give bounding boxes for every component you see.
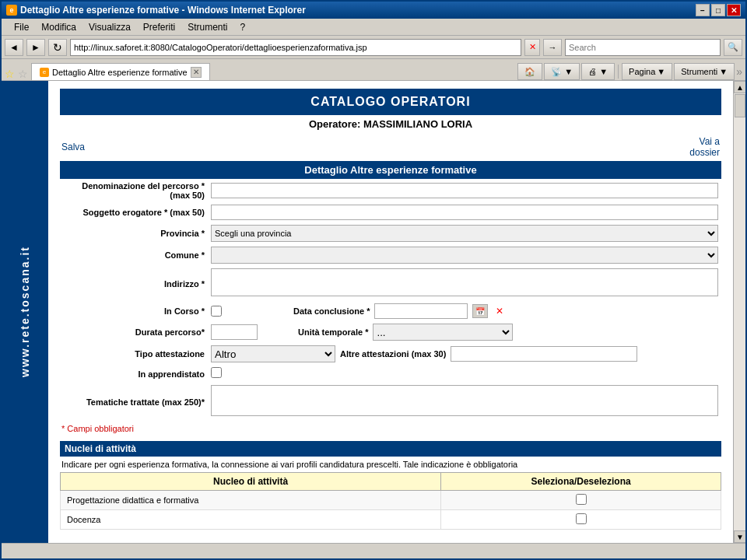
- close-button[interactable]: ✕: [727, 4, 741, 16]
- date-clear-button[interactable]: ✕: [493, 304, 507, 318]
- denominazione-input[interactable]: [211, 183, 718, 198]
- menu-strumenti[interactable]: Strumenti: [181, 20, 233, 34]
- menu-help[interactable]: ?: [234, 20, 252, 34]
- nuclei-thead: Nucleo di attività Seleziona/Deseleziona: [61, 473, 721, 491]
- page-button[interactable]: Pagina ▼: [622, 63, 672, 80]
- tools-button[interactable]: Strumenti ▼: [674, 63, 735, 80]
- title-bar-buttons: − □ ✕: [696, 4, 741, 16]
- in-apprendistato-checkbox[interactable]: [211, 367, 222, 378]
- favorites-star[interactable]: ☆: [5, 68, 15, 80]
- unita-label: Unità temporale *: [298, 327, 368, 337]
- home-button[interactable]: 🏠: [517, 63, 542, 80]
- unita-select[interactable]: ...: [373, 324, 513, 341]
- data-conclusione-input[interactable]: [374, 303, 468, 319]
- nuclei-note: Indicare per ogni esperienza formativa, …: [60, 457, 721, 472]
- menu-visualizza[interactable]: Visualizza: [82, 20, 137, 34]
- in-corso-checkbox[interactable]: [211, 306, 222, 317]
- feeds-star[interactable]: ☆: [18, 68, 28, 80]
- operator-label: Operatore: MASSIMILIANO LORIA: [60, 115, 721, 133]
- provincia-label: Provincia *: [60, 222, 208, 244]
- scroll-track: [734, 93, 745, 530]
- main-title: CATALOGO OPERATORI: [310, 95, 470, 108]
- comune-row: Comune *: [60, 244, 721, 266]
- indirizzo-cell: [208, 266, 721, 301]
- tipo-attestazione-label: Tipo attestazione: [60, 343, 208, 365]
- denominazione-row: Denominazione del percorso * (max 50): [60, 179, 721, 202]
- browser-window: e Dettaglio Altre esperienze formative -…: [0, 0, 747, 560]
- in-apprendistato-label: In apprendistato: [60, 365, 208, 383]
- durata-label: Durata percorso*: [60, 321, 208, 343]
- search-go-button[interactable]: 🔍: [724, 39, 742, 56]
- in-corso-group: Data conclusione * 📅 ✕: [211, 303, 718, 319]
- soggetto-label: Soggetto erogatore * (max 50): [60, 202, 208, 222]
- title-bar: e Dettaglio Altre esperienze formative -…: [2, 2, 745, 19]
- provincia-select[interactable]: Scegli una provincia: [211, 225, 718, 242]
- scroll-up-button[interactable]: ▲: [734, 81, 745, 93]
- search-input[interactable]: [565, 39, 721, 56]
- provincia-row: Provincia * Scegli una provincia: [60, 222, 721, 244]
- tab-close-button[interactable]: ✕: [191, 67, 202, 78]
- comune-cell: [208, 244, 721, 266]
- save-link[interactable]: Salva: [61, 142, 85, 152]
- tab-toolbar-right: 🏠 📡 ▼ 🖨 ▼ Pagina ▼ Strumenti ▼ »: [517, 63, 742, 80]
- comune-select[interactable]: [211, 247, 718, 264]
- stop-button[interactable]: ✕: [524, 39, 540, 56]
- scroll-thumb[interactable]: [735, 94, 745, 117]
- tipo-attestazione-select[interactable]: Altro: [211, 345, 335, 362]
- tematiche-cell: [208, 383, 721, 421]
- altre-attestazioni-input[interactable]: [451, 346, 637, 362]
- nuclei-check-cell-1: [441, 491, 721, 510]
- forward-button[interactable]: ►: [26, 39, 45, 56]
- in-corso-cell: Data conclusione * 📅 ✕: [208, 301, 721, 321]
- durata-row: Durata percorso* Unità temporale * ...: [60, 321, 721, 343]
- tematiche-label: Tematiche trattate (max 250)*: [60, 383, 208, 421]
- page-header: CATALOGO OPERATORI: [60, 89, 721, 115]
- nuclei-checkbox-2[interactable]: [576, 513, 587, 524]
- print-button[interactable]: 🖨 ▼: [581, 63, 615, 80]
- main-area: www.rete.toscana.it CATALOGO OPERATORI O…: [2, 81, 745, 543]
- vai-a-link[interactable]: Vai a dossier: [689, 136, 720, 158]
- nuclei-check-cell-2: [441, 510, 721, 530]
- feeds-button[interactable]: 📡 ▼: [544, 63, 580, 80]
- tools-dropdown-icon: ▼: [719, 67, 728, 76]
- go-button[interactable]: →: [543, 39, 562, 56]
- in-corso-row: In Corso * Data conclusione * 📅 ✕: [60, 301, 721, 321]
- durata-cell: Unità temporale * ...: [208, 321, 721, 343]
- tab-bar: ☆ ☆ e Dettaglio Altre esperienze formati…: [2, 59, 745, 81]
- separator1: [618, 65, 619, 79]
- title-bar-left: e Dettaglio Altre esperienze formative -…: [6, 5, 306, 16]
- refresh-button[interactable]: ↻: [48, 39, 67, 56]
- page-dropdown-icon: ▼: [657, 67, 665, 76]
- browser-icon: e: [6, 5, 17, 16]
- back-button[interactable]: ◄: [5, 39, 23, 56]
- denominazione-label: Denominazione del percorso * (max 50): [60, 179, 208, 202]
- altre-attestazioni-label: Altre attestazioni (max 30): [340, 349, 446, 359]
- soggetto-input[interactable]: [211, 205, 718, 220]
- actions-row: Salva Vai a dossier: [60, 133, 721, 161]
- indirizzo-textarea[interactable]: [211, 268, 718, 296]
- tematiche-textarea[interactable]: [211, 385, 718, 416]
- calendar-button[interactable]: 📅: [472, 304, 488, 318]
- menu-file[interactable]: File: [8, 20, 35, 34]
- scroll-down-button[interactable]: ▼: [734, 530, 745, 543]
- apprendistato-cell: [208, 365, 721, 383]
- attestazione-row: Tipo attestazione Altro Altre attestazio…: [60, 343, 721, 365]
- section-title: Dettaglio Altre esperienze formative: [60, 161, 721, 179]
- minimize-button[interactable]: −: [696, 4, 710, 16]
- form-table: Denominazione del percorso * (max 50) So…: [60, 179, 721, 421]
- address-bar[interactable]: [70, 39, 521, 56]
- data-conclusione-label: Data conclusione *: [293, 306, 370, 316]
- expand-button[interactable]: »: [736, 65, 742, 78]
- maximize-button[interactable]: □: [711, 4, 725, 16]
- menu-preferiti[interactable]: Preferiti: [137, 20, 181, 34]
- window-title: Dettaglio Altre esperienze formative - W…: [20, 5, 306, 16]
- nuclei-checkbox-1[interactable]: [576, 494, 587, 505]
- page-label: Pagina: [629, 67, 655, 76]
- apprendistato-row: In apprendistato: [60, 365, 721, 383]
- tools-label: Strumenti: [681, 67, 717, 76]
- scrollbar: ▲ ▼: [733, 81, 745, 543]
- active-tab[interactable]: e Dettaglio Altre esperienze formative ✕: [31, 63, 210, 80]
- durata-input[interactable]: [211, 324, 258, 340]
- tab-icon: e: [40, 68, 49, 77]
- menu-modifica[interactable]: Modifica: [35, 20, 82, 34]
